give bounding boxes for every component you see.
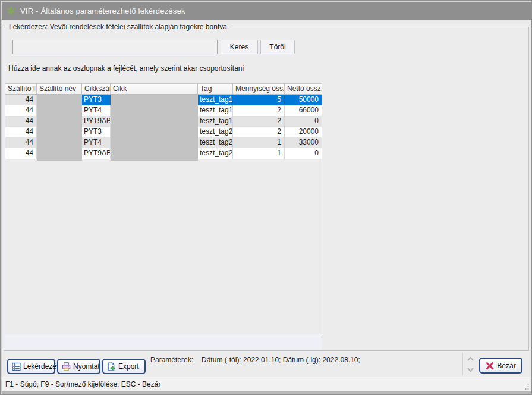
grid-cell[interactable] [111, 148, 198, 159]
column-header-tag[interactable]: Tag [198, 84, 233, 94]
grid-cell[interactable]: 2 [233, 116, 285, 127]
table-row[interactable]: 44PYT3teszt_tag2220000 [5, 127, 322, 137]
grid-cell[interactable] [111, 137, 198, 148]
panel-separator [462, 353, 463, 375]
grid-cell[interactable] [111, 95, 198, 105]
query-button[interactable]: Lekérdezés [7, 359, 55, 374]
column-header-cikkszam[interactable]: Cikkszám [82, 84, 111, 94]
statusbar: F1 - Súgó; F9 - Sor/mező kijelölése; ESC… [2, 377, 531, 391]
grid-cell[interactable]: teszt_tag1 [198, 95, 233, 105]
grid-cell[interactable]: 1 [233, 137, 285, 148]
grid-cell[interactable]: PYT4 [82, 137, 111, 148]
grid-cell[interactable]: 1 [233, 148, 285, 159]
grid-cell[interactable]: teszt_tag1 [198, 105, 233, 116]
grid-cell[interactable]: PYT3 [82, 127, 111, 137]
grid-cell[interactable]: teszt_tag1 [198, 116, 233, 127]
grid-cell[interactable]: 20000 [285, 127, 322, 137]
column-header-szallito-nev[interactable]: Szállító név [37, 84, 82, 94]
column-header-szallito-id[interactable]: Szállító ID [5, 84, 37, 94]
grid-cell[interactable]: teszt_tag2 [198, 127, 233, 137]
grouping-hint: Húzza ide annak az oszlopnak a fejlécét,… [8, 64, 244, 73]
grid-cell[interactable]: 44 [5, 105, 37, 116]
grid-cell[interactable]: PYT4 [82, 105, 111, 116]
statusbar-text: F1 - Súgó; F9 - Sor/mező kijelölése; ESC… [5, 380, 160, 388]
grid-cell[interactable]: 33000 [285, 137, 322, 148]
grid-header: Szállító ID Szállító név Cikkszám Cikk T… [5, 83, 322, 95]
export-icon [107, 362, 116, 371]
query-button-label: Lekérdezés [23, 362, 60, 371]
export-button-label: Export [118, 362, 139, 371]
grid-cell[interactable]: 44 [5, 95, 37, 105]
table-row[interactable]: 44PYT3teszt_tag1550000 [5, 95, 322, 105]
print-button-label: Nyomtat [73, 362, 100, 371]
table-row[interactable]: 44PYT4teszt_tag1266000 [5, 105, 322, 116]
titlebar[interactable]: VIR - Általános paraméterezhető lekérdez… [2, 2, 531, 20]
grid-cell[interactable]: 44 [5, 137, 37, 148]
parameters: Paraméterek:Dátum (-tól): 2022.01.10; Dá… [150, 356, 360, 364]
grid-cell[interactable]: PYT9AB [82, 148, 111, 159]
close-button-label: Bezár [497, 362, 515, 370]
grid-right-border [322, 159, 322, 334]
window-bottom-frame [2, 391, 531, 395]
table-row[interactable]: 44PYT9ABteszt_tag120 [5, 116, 322, 127]
app-icon [7, 6, 16, 15]
scroll-up-icon[interactable] [466, 356, 474, 362]
app-window: VIR - Általános paraméterezhető lekérdez… [0, 0, 532, 395]
search-button[interactable]: Keres [221, 40, 258, 54]
report-icon [12, 362, 21, 371]
table-row[interactable]: 44PYT4teszt_tag2133000 [5, 137, 322, 148]
grid-cell[interactable]: 44 [5, 127, 37, 137]
grid-cell[interactable]: 44 [5, 116, 37, 127]
window-title: VIR - Általános paraméterezhető lekérdez… [20, 7, 185, 15]
export-button[interactable]: Export [102, 359, 146, 374]
grid-cell[interactable]: 0 [285, 116, 322, 127]
grid-cell[interactable]: teszt_tag2 [198, 137, 233, 148]
grid-cell[interactable]: 50000 [285, 95, 322, 105]
grid-cell[interactable]: PYT9AB [82, 116, 111, 127]
grid-cell[interactable] [37, 137, 82, 148]
search-input[interactable] [12, 40, 218, 54]
grid-cell[interactable] [111, 116, 198, 127]
grid-footer-band [5, 334, 322, 350]
query-groupbox [4, 27, 529, 351]
clear-button[interactable]: Töröl [260, 40, 295, 54]
grid-cell[interactable]: 5 [233, 95, 285, 105]
column-header-cikk[interactable]: Cikk [111, 84, 198, 94]
results-grid: Szállító ID Szállító név Cikkszám Cikk T… [5, 83, 322, 159]
table-row[interactable]: 44PYT9ABteszt_tag210 [5, 148, 322, 159]
scroll-down-icon[interactable] [466, 366, 474, 372]
parameters-label: Paraméterek: [150, 356, 193, 364]
printer-icon [62, 362, 71, 371]
resize-grip-icon[interactable] [522, 383, 530, 390]
redaction-block [111, 159, 198, 161]
parameters-value: Dátum (-tól): 2022.01.10; Dátum (-ig): 2… [202, 356, 360, 364]
close-button[interactable]: Bezár [479, 358, 522, 374]
grid-cell[interactable]: 0 [285, 148, 322, 159]
groupbox-caption: Lekérdezés: Vevői rendelések tételei szá… [7, 23, 229, 31]
grid-cell[interactable] [37, 127, 82, 137]
grid-cell[interactable] [37, 148, 82, 159]
grid-cell[interactable] [37, 116, 82, 127]
close-x-icon [486, 362, 494, 370]
grid-cell[interactable] [111, 127, 198, 137]
column-header-mennyiseg[interactable]: Mennyiség össz. [233, 84, 285, 94]
redaction-block [37, 159, 82, 161]
grid-cell[interactable] [37, 105, 82, 116]
grid-cell[interactable]: teszt_tag2 [198, 148, 233, 159]
grid-cell[interactable]: 66000 [285, 105, 322, 116]
print-button[interactable]: Nyomtat [57, 359, 100, 374]
grid-cell[interactable] [111, 105, 198, 116]
grid-cell[interactable] [37, 95, 82, 105]
grid-cell[interactable]: 44 [5, 148, 37, 159]
grid-cell[interactable]: PYT3 [82, 95, 111, 105]
grid-cell[interactable]: 2 [233, 105, 285, 116]
grid-cell[interactable]: 2 [233, 127, 285, 137]
column-header-netto[interactable]: Nettó össz. [285, 84, 322, 94]
grid-rows: 44PYT3teszt_tag155000044PYT4teszt_tag126… [5, 95, 322, 159]
